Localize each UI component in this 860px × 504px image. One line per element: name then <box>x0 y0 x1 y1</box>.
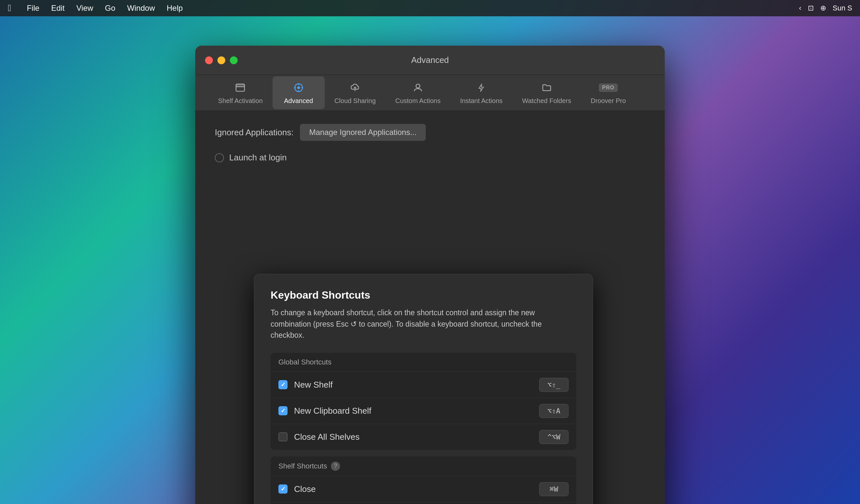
close-checkbox[interactable]: ✓ <box>278 485 288 493</box>
tab-cloud-sharing-label: Cloud Sharing <box>334 97 376 105</box>
launch-at-login-row: Launch at login <box>215 153 645 163</box>
new-clipboard-shelf-label: New Clipboard Shelf <box>294 406 539 416</box>
dialog-description: To change a keyboard shortcut, click on … <box>271 307 576 341</box>
close-label: Close <box>294 484 539 494</box>
global-shortcuts-label: Global Shortcuts <box>278 358 332 366</box>
menubar:  File Edit View Go Window Help ‹ ⊡ ⊕ Su… <box>0 0 860 16</box>
menu-window[interactable]: Window <box>121 0 161 16</box>
global-shortcuts-section: Global Shortcuts ✓ New Shelf ⌥⇧_ ✓ <box>271 353 576 450</box>
tab-droover-pro-label: Droover Pro <box>591 97 626 105</box>
advanced-icon <box>292 81 305 95</box>
shortcut-new-shelf: ✓ New Shelf ⌥⇧_ <box>271 372 576 398</box>
titlebar: Advanced <box>195 46 665 75</box>
tab-cloud-sharing[interactable]: Cloud Sharing <box>325 76 386 109</box>
menu-help[interactable]: Help <box>161 0 188 16</box>
menu-view[interactable]: View <box>70 0 99 16</box>
help-icon[interactable]: ? <box>331 462 340 471</box>
shelf-activation-icon <box>233 81 247 95</box>
new-clipboard-shelf-checkbox[interactable]: ✓ <box>278 406 288 415</box>
tab-instant-actions-label: Instant Actions <box>460 97 502 105</box>
checkmark-icon: ✓ <box>281 486 286 493</box>
menu-go[interactable]: Go <box>99 0 121 16</box>
tab-watched-folders[interactable]: Watched Folders <box>513 76 581 109</box>
tab-shelf-activation-label: Shelf Activation <box>218 97 263 105</box>
tab-custom-actions-label: Custom Actions <box>396 97 441 105</box>
shortcut-new-clipboard-shelf: ✓ New Clipboard Shelf ⌥⇧A <box>271 398 576 424</box>
menu-edit[interactable]: Edit <box>45 0 70 16</box>
svg-point-3 <box>297 86 300 89</box>
launch-at-login-label: Launch at login <box>229 153 287 163</box>
watched-folders-icon <box>540 81 554 95</box>
close-all-shelves-checkbox[interactable] <box>278 432 288 442</box>
tab-advanced-label: Advanced <box>284 97 313 105</box>
preferences-window: Advanced Shelf Activation <box>195 46 665 504</box>
shelf-shortcuts-header: Shelf Shortcuts ? <box>271 457 576 476</box>
datetime-display: Sun S <box>833 4 852 12</box>
cloud-sharing-icon <box>348 81 362 95</box>
instant-actions-icon <box>474 81 488 95</box>
tab-shelf-activation[interactable]: Shelf Activation <box>208 76 273 109</box>
new-shelf-label: New Shelf <box>294 380 539 390</box>
tab-droover-pro[interactable]: PRO Droover Pro <box>581 76 636 109</box>
minimize-button[interactable] <box>217 56 225 64</box>
checkmark-icon: ✓ <box>281 381 286 388</box>
ignored-apps-label: Ignored Applications: <box>215 128 293 138</box>
maximize-button[interactable] <box>230 56 238 64</box>
custom-actions-icon <box>411 81 425 95</box>
close-key[interactable]: ⌘W <box>539 482 569 496</box>
shelf-shortcuts-section: Shelf Shortcuts ? ✓ Close ⌘W <box>271 457 576 504</box>
toolbar: Shelf Activation Advanced <box>195 75 665 111</box>
svg-rect-1 <box>236 84 244 87</box>
pro-badge: PRO <box>599 84 618 92</box>
new-shelf-key[interactable]: ⌥⇧_ <box>539 378 569 392</box>
window-manager-icon[interactable]: ⊡ <box>808 4 814 12</box>
tab-custom-actions[interactable]: Custom Actions <box>386 76 450 109</box>
control-center-icon[interactable]: ⊕ <box>820 4 826 12</box>
window-title: Advanced <box>411 55 449 65</box>
menubar-right: ‹ ⊡ ⊕ Sun S <box>799 4 852 12</box>
shelf-shortcuts-label: Shelf Shortcuts <box>278 462 327 471</box>
tab-watched-folders-label: Watched Folders <box>522 97 571 105</box>
close-all-shelves-key[interactable]: ^⌥W <box>539 430 569 444</box>
new-clipboard-shelf-key[interactable]: ⌥⇧A <box>539 404 569 418</box>
global-shortcuts-header: Global Shortcuts <box>271 353 576 372</box>
chevron-left-icon[interactable]: ‹ <box>799 4 801 12</box>
close-button[interactable] <box>205 56 213 64</box>
apple-menu[interactable]:  <box>8 3 11 13</box>
content-area: Ignored Applications: Manage Ignored App… <box>195 111 665 274</box>
ignored-apps-row: Ignored Applications: Manage Ignored App… <box>215 124 645 141</box>
launch-at-login-checkbox[interactable] <box>215 153 224 162</box>
manage-ignored-apps-button[interactable]: Manage Ignored Applications... <box>300 124 426 141</box>
droover-pro-icon: PRO <box>601 81 615 95</box>
dialog-content: Keyboard Shortcuts To change a keyboard … <box>254 274 593 504</box>
shortcut-close: ✓ Close ⌘W <box>271 476 576 502</box>
new-shelf-checkbox[interactable]: ✓ <box>278 380 288 389</box>
traffic-lights <box>205 56 238 64</box>
dialog-title: Keyboard Shortcuts <box>271 289 576 301</box>
svg-point-9 <box>416 84 420 88</box>
close-all-shelves-label: Close All Shelves <box>294 432 539 442</box>
tab-advanced[interactable]: Advanced <box>273 76 325 109</box>
shortcut-quick-look: ✓ Quick Look _ <box>271 502 576 504</box>
shortcut-close-all-shelves: Close All Shelves ^⌥W <box>271 424 576 450</box>
menu-file[interactable]: File <box>21 0 45 16</box>
checkmark-icon: ✓ <box>281 407 286 414</box>
tab-instant-actions[interactable]: Instant Actions <box>450 76 512 109</box>
keyboard-shortcuts-dialog: Keyboard Shortcuts To change a keyboard … <box>254 274 593 504</box>
